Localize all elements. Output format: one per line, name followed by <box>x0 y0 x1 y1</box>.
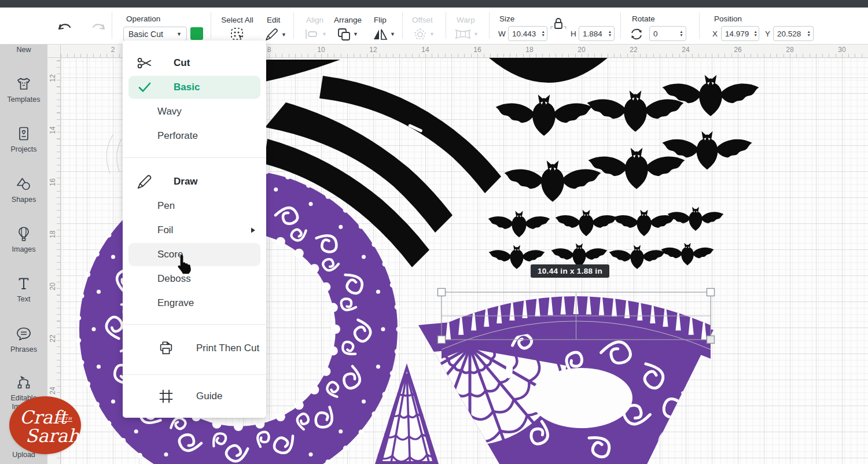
ruler-label: 14 <box>49 126 57 134</box>
position-x-label: X <box>712 30 718 38</box>
printer-icon <box>158 340 174 356</box>
text-icon <box>15 275 32 292</box>
sidebar-item-phrases[interactable]: Phrases <box>0 325 47 354</box>
sidebar-item-projects[interactable]: Projects <box>0 125 47 154</box>
width-field[interactable]: 10.443 ▲▼ <box>508 26 547 41</box>
sidebar-item-text[interactable]: Text <box>0 275 47 304</box>
ruler-label: 28 <box>786 46 793 54</box>
menu-item-foil[interactable]: Foil <box>123 218 266 242</box>
flip-label: Flip <box>374 16 387 24</box>
menu-item-pen[interactable]: Pen <box>123 194 266 218</box>
edit-label: Edit <box>267 16 280 24</box>
arrange-label: Arrange <box>334 16 362 24</box>
selection-handle[interactable] <box>707 289 715 296</box>
ruler-label: 24 <box>49 386 57 394</box>
cricut-design-space-app: Operation Basic Cut ▼ Select All Edit ▼ … <box>0 0 868 464</box>
ruler-label: 30 <box>838 46 845 54</box>
rotate-icon[interactable] <box>630 27 643 41</box>
ruler-label: 12 <box>49 74 57 82</box>
hand-cursor <box>174 253 193 275</box>
ruler-label: 22 <box>630 46 637 54</box>
ruler-label: 10 <box>317 46 325 54</box>
menu-item-basic[interactable]: Basic <box>123 75 266 100</box>
rotate-label: Rotate <box>632 14 655 23</box>
sidebar-item-shapes[interactable]: Shapes <box>0 175 47 204</box>
menu-header-cut[interactable]: Cut <box>123 51 266 75</box>
operation-value: Basic Cut <box>128 30 163 39</box>
menu-item-engrave[interactable]: Engrave <box>123 291 266 315</box>
position-x-stepper[interactable]: ▲▼ <box>752 27 759 40</box>
align-label: Align <box>306 16 323 24</box>
edit-toolbar: Operation Basic Cut ▼ Select All Edit ▼ … <box>0 8 868 45</box>
menu-item-label: Wavy <box>157 106 182 117</box>
menu-item-label: Foil <box>157 224 173 236</box>
pencil-icon <box>265 28 279 41</box>
warp-button: ▼ <box>455 28 479 40</box>
rotate-stepper[interactable]: ▲▼ <box>677 27 686 40</box>
window-top-strip <box>0 0 868 8</box>
menu-item-print-then-cut[interactable]: Print Then Cut <box>123 335 266 362</box>
undo-icon[interactable] <box>57 21 73 34</box>
warp-label: Warp <box>457 16 475 24</box>
menu-item-guide[interactable]: Guide <box>123 383 266 410</box>
position-y-stepper[interactable]: ▲▼ <box>804 27 813 40</box>
ruler-label: 12 <box>369 46 377 54</box>
height-stepper[interactable]: ▲▼ <box>606 27 614 40</box>
ruler-label: 16 <box>49 178 57 186</box>
flip-button[interactable]: ▼ <box>373 28 395 40</box>
operation-label: Operation <box>126 14 160 23</box>
offset-icon <box>413 28 427 40</box>
selection-handle[interactable] <box>438 336 446 344</box>
sidebar-item-templates[interactable]: Templates <box>0 75 47 104</box>
menu-divider <box>123 374 266 375</box>
menu-item-label: Pen <box>157 200 175 212</box>
craft-with-sarah-logo: Craft with Sarah <box>9 396 81 454</box>
menu-item-deboss[interactable]: Deboss <box>123 267 266 291</box>
ruler-label: 20 <box>49 282 57 290</box>
ruler-label: 8 <box>267 46 271 54</box>
chevron-down-icon: ▼ <box>353 31 358 37</box>
sidebar-item-label: Images <box>1 245 46 254</box>
edit-button[interactable]: ▼ <box>265 28 286 41</box>
position-x-value: 14.979 <box>722 30 752 38</box>
color-swatch[interactable] <box>190 27 203 40</box>
menu-item-perforate[interactable]: Perforate <box>123 124 266 148</box>
menu-item-label: Perforate <box>157 130 198 142</box>
tshirt-icon <box>15 75 32 93</box>
redo-icon[interactable] <box>90 21 106 34</box>
width-stepper[interactable]: ▲▼ <box>539 27 547 40</box>
height-label: H <box>571 30 576 38</box>
position-y-value: 20.528 <box>774 30 804 38</box>
arrange-icon <box>337 28 351 40</box>
sidebar-item-label: Projects <box>1 145 46 154</box>
selection-handle[interactable] <box>438 289 446 296</box>
flip-icon <box>373 28 388 40</box>
left-sidebar: NewTemplatesProjectsShapesImagesTextPhra… <box>0 8 47 464</box>
position-label: Position <box>714 14 742 23</box>
arrange-button[interactable]: ▼ <box>337 28 358 40</box>
height-value: 1.884 <box>579 30 606 38</box>
width-label: W <box>498 30 506 38</box>
chevron-down-icon: ▼ <box>281 32 286 38</box>
sidebar-item-label: Shapes <box>1 196 46 204</box>
position-y-field[interactable]: 20.528 ▲▼ <box>773 26 814 41</box>
dimensions-tooltip: 10.44 in x 1.88 in <box>531 264 609 278</box>
size-lock-icon[interactable] <box>550 17 567 31</box>
sidebar-item-images[interactable]: Images <box>0 225 47 254</box>
selection-handle[interactable] <box>707 336 715 344</box>
menu-item-label: Print Then Cut <box>196 343 259 354</box>
menu-item-label: Engrave <box>157 297 194 309</box>
scissors-icon <box>137 55 153 71</box>
menu-header-draw[interactable]: Draw <box>123 170 266 194</box>
height-field[interactable]: 1.884 ▲▼ <box>579 26 615 41</box>
select-all-icon[interactable] <box>230 27 244 41</box>
menu-item-wavy[interactable]: Wavy <box>123 100 266 124</box>
position-x-field[interactable]: 14.979 ▲▼ <box>721 26 759 41</box>
rotate-field[interactable]: 0 ▲▼ <box>649 26 686 41</box>
chevron-down-icon: ▼ <box>473 31 479 37</box>
operation-select[interactable]: Basic Cut ▼ <box>123 27 187 41</box>
menu-item-score[interactable]: Score <box>123 242 266 267</box>
ruler-label: 24 <box>682 46 689 54</box>
check-icon <box>137 79 153 95</box>
chevron-down-icon: ▼ <box>429 31 435 37</box>
